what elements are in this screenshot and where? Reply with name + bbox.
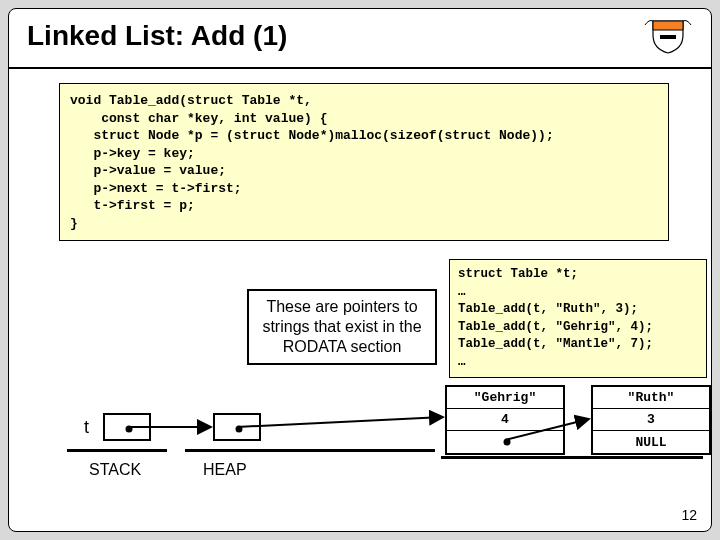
heap-table-box (213, 413, 261, 441)
slide: Linked List: Add (1) void Table_add(stru… (8, 8, 712, 532)
svg-line-5 (237, 417, 443, 427)
title-bar: Linked List: Add (1) (9, 9, 711, 69)
node-next (447, 431, 563, 453)
node-gehrig: "Gehrig" 4 (445, 385, 565, 455)
svg-point-2 (236, 426, 243, 433)
node-value: 4 (447, 409, 563, 431)
svg-point-3 (504, 439, 511, 446)
rodata-note: These are pointers to strings that exist… (247, 289, 437, 365)
node-ruth: "Ruth" 3 NULL (591, 385, 711, 455)
var-t-label: t (84, 417, 89, 438)
divider-stack (67, 449, 167, 452)
stack-box (103, 413, 151, 441)
node-key: "Gehrig" (447, 387, 563, 409)
page-number: 12 (681, 507, 697, 523)
node-value: 3 (593, 409, 709, 431)
code-block-usage: struct Table *t; … Table_add(t, "Ruth", … (449, 259, 707, 378)
section-label-heap: HEAP (203, 461, 247, 479)
slide-title: Linked List: Add (1) (27, 20, 287, 52)
svg-point-1 (126, 426, 133, 433)
princeton-crest-icon (643, 15, 693, 57)
section-label-stack: STACK (89, 461, 141, 479)
divider-heap (185, 449, 435, 452)
node-key: "Ruth" (593, 387, 709, 409)
divider-heap-right (441, 456, 703, 459)
code-block-function: void Table_add(struct Table *t, const ch… (59, 83, 669, 241)
node-next: NULL (593, 431, 709, 453)
svg-rect-0 (660, 35, 676, 39)
